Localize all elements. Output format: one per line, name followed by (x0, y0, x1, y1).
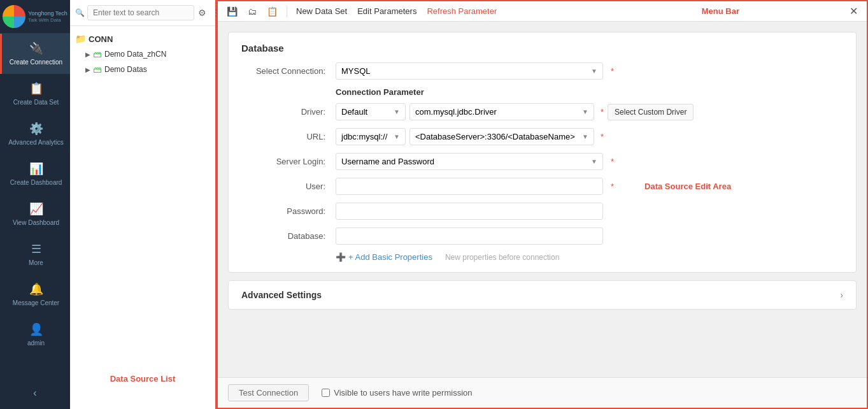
plus-icon: ➕ (336, 252, 346, 262)
expand-arrow-icon: ▶ (85, 66, 90, 73)
password-input[interactable] (336, 203, 603, 220)
advanced-analytics-icon: ⚙️ (29, 122, 43, 136)
ds-item-label: Demo Datas (104, 65, 147, 74)
logo: Yonghong Tech Talk With Data (0, 0, 70, 34)
sidebar: Yonghong Tech Talk With Data 🔌 Create Co… (0, 0, 70, 409)
server-login-row: Server Login: Username and Password ▼ * (241, 153, 843, 170)
database-input[interactable] (336, 227, 603, 245)
ds-item-label: Demo Data_zhCN (104, 50, 166, 59)
user-label: User: (241, 182, 331, 191)
collapse-button[interactable]: ‹ (28, 382, 41, 404)
data-source-edit-area-annotation: Data Source Edit Area (644, 182, 731, 191)
database-card: Database Select Connection: MYSQL ▼ * Co… (228, 32, 857, 273)
create-connection-icon: 🔌 (29, 41, 43, 55)
menu-separator (287, 6, 287, 17)
chevron-down-icon: ▼ (582, 108, 588, 115)
url-label: URL: (241, 132, 331, 141)
add-basic-properties-button[interactable]: ➕ + Add Basic Properties (336, 252, 432, 262)
logo-text: Yonghong Tech Talk With Data (28, 10, 68, 23)
edit-parameters-button[interactable]: Edit Parameters (353, 4, 420, 18)
test-connection-button[interactable]: Test Connection (228, 384, 309, 401)
required-marker: * (611, 157, 614, 166)
save-copy-button[interactable]: 📋 (263, 4, 281, 19)
sidebar-nav: 🔌 Create Connection 📋 Create Data Set ⚙️… (0, 34, 70, 382)
password-row: Password: (241, 203, 843, 220)
sidebar-item-advanced-analytics[interactable]: ⚙️ Advanced Analytics (0, 114, 70, 154)
ds-tree: 📁 CONN ▶ 🗃 Demo Data_zhCN ▶ 🗃 Demo Datas (70, 26, 215, 409)
content-footer: Test Connection Visible to users have wr… (218, 377, 867, 408)
conn-folder[interactable]: 📁 CONN (70, 31, 215, 47)
driver-class-dropdown[interactable]: com.mysql.jdbc.Driver ▼ (409, 103, 594, 120)
chevron-down-icon: ▼ (394, 108, 400, 115)
ds-panel-header: 🔍 ⚙ ⋮ (70, 0, 215, 26)
expand-arrow-icon: ▶ (85, 51, 90, 58)
admin-icon: 👤 (29, 322, 43, 336)
required-marker: * (611, 182, 614, 191)
driver-label: Driver: (241, 107, 331, 117)
create-dashboard-icon: 📊 (29, 162, 43, 176)
search-input[interactable] (87, 5, 194, 20)
list-item[interactable]: ▶ 🗃 Demo Datas (70, 62, 215, 77)
save-as-button[interactable]: 🗂 (244, 4, 260, 19)
chevron-down-icon: ▼ (591, 68, 597, 75)
password-label: Password: (241, 206, 331, 216)
db-icon: 🗃 (93, 64, 102, 75)
main-area: 💾 🗂 📋 New Data Set Edit Parameters Refre… (217, 0, 868, 409)
advanced-settings-title: Advanced Settings (241, 290, 322, 300)
select-connection-dropdown[interactable]: MYSQL ▼ (336, 62, 603, 80)
new-dataset-button[interactable]: New Data Set (292, 4, 351, 18)
server-login-label: Server Login: (241, 157, 331, 166)
required-marker: * (601, 132, 604, 141)
select-custom-driver-button[interactable]: Select Custom Driver (608, 104, 694, 120)
props-hint-text: New properties before connection (445, 253, 559, 262)
visible-checkbox[interactable] (322, 389, 330, 397)
message-center-icon: 🔔 (29, 282, 43, 296)
add-props-row: ➕ + Add Basic Properties New properties … (241, 252, 843, 262)
close-button[interactable]: ✕ (846, 4, 862, 18)
settings-icon-button[interactable]: ⚙ (197, 6, 208, 19)
sidebar-item-message-center[interactable]: 🔔 Message Center (0, 275, 70, 315)
select-connection-label: Select Connection: (241, 66, 331, 76)
sidebar-item-create-dataset[interactable]: 📋 Create Data Set (0, 74, 70, 114)
user-input[interactable] (336, 178, 603, 195)
connection-parameter-label: Connection Parameter (241, 87, 843, 97)
visible-label: Visible to users have write permission (334, 388, 472, 398)
user-row: User: * Data Source Edit Area (241, 178, 843, 195)
folder-name: CONN (89, 34, 113, 44)
url-prefix-dropdown[interactable]: jdbc:mysql:// ▼ (336, 128, 406, 145)
sidebar-item-admin[interactable]: 👤 admin (0, 315, 70, 355)
driver-inputs: Default ▼ com.mysql.jdbc.Driver ▼ * Sele… (336, 103, 694, 120)
sidebar-item-create-connection[interactable]: 🔌 Create Connection (0, 34, 70, 74)
driver-type-dropdown[interactable]: Default ▼ (336, 103, 406, 120)
save-button[interactable]: 💾 (223, 4, 241, 19)
content-scroll: Database Select Connection: MYSQL ▼ * Co… (218, 22, 867, 377)
driver-row: Driver: Default ▼ com.mysql.jdbc.Driver … (241, 103, 843, 120)
sidebar-item-more[interactable]: ☰ More (0, 234, 70, 275)
url-inputs: jdbc:mysql:// ▼ <DatabaseServer>:3306/<D… (336, 128, 604, 145)
required-marker: * (601, 107, 604, 117)
chevron-down-icon: ▼ (591, 158, 597, 165)
advanced-settings-card[interactable]: Advanced Settings › (228, 280, 857, 310)
url-value-dropdown[interactable]: <DatabaseServer>:3306/<DatabaseName> ▼ (409, 128, 594, 145)
database-field-label: Database: (241, 231, 331, 241)
list-item[interactable]: ▶ 🗃 Demo Data_zhCN (70, 47, 215, 62)
server-login-dropdown[interactable]: Username and Password ▼ (336, 153, 603, 170)
chevron-right-icon: › (840, 290, 843, 300)
folder-icon: 📁 (75, 34, 86, 44)
menu-bar-annotation: Menu Bar (702, 6, 739, 16)
more-icon: ☰ (31, 242, 41, 256)
sidebar-item-view-dashboard[interactable]: 📈 View Dashboard (0, 194, 70, 234)
data-source-panel: 🔍 ⚙ ⋮ 📁 CONN ▶ 🗃 Demo Data_zhCN ▶ 🗃 Demo… (70, 0, 217, 409)
logo-icon (3, 5, 25, 28)
required-marker: * (611, 66, 614, 76)
url-row: URL: jdbc:mysql:// ▼ <DatabaseServer>:33… (241, 128, 843, 145)
sidebar-bottom: ‹ (0, 382, 70, 409)
db-icon: 🗃 (93, 49, 102, 59)
search-icon: 🔍 (75, 8, 85, 17)
refresh-parameter-button[interactable]: Refresh Parameter (423, 4, 501, 18)
menu-bar: 💾 🗂 📋 New Data Set Edit Parameters Refre… (218, 1, 867, 22)
sidebar-item-create-dashboard[interactable]: 📊 Create Dashboard (0, 154, 70, 194)
chevron-down-icon: ▼ (582, 133, 588, 140)
view-dashboard-icon: 📈 (29, 202, 43, 216)
select-connection-row: Select Connection: MYSQL ▼ * (241, 62, 843, 80)
